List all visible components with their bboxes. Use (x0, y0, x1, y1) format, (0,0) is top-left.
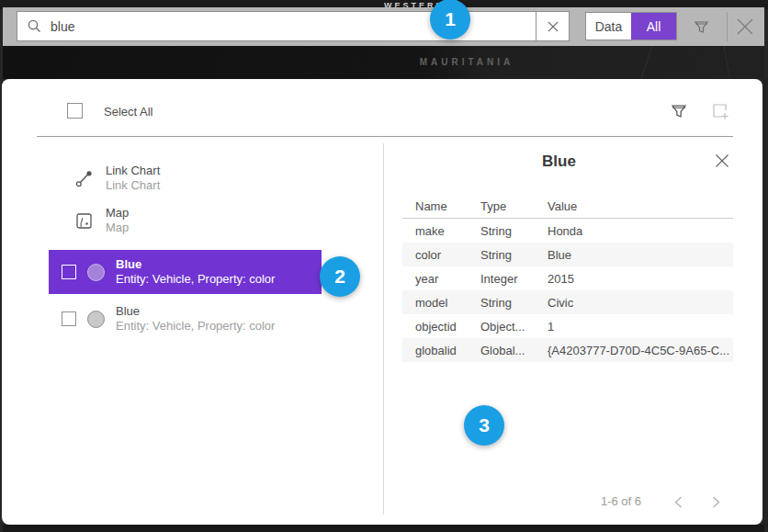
list-item-blue-selected[interactable]: Blue Entity: Vehicle, Property: color (49, 250, 322, 294)
column-header-type: Type (468, 199, 535, 213)
cell-type: Integer (468, 272, 535, 286)
detail-close-icon[interactable] (713, 152, 731, 170)
cell-value: Blue (535, 248, 733, 262)
panel-divider-horizontal (37, 136, 733, 137)
cell-name: color (402, 248, 468, 262)
link-chart-icon (75, 170, 93, 187)
list-item-title: Blue (116, 304, 275, 319)
cell-type: Object... (468, 320, 535, 334)
row-checkbox[interactable] (62, 265, 76, 279)
search-toolbar: blue Data All (3, 7, 764, 46)
list-item-link-chart[interactable]: Link Chart Link Chart (75, 164, 160, 193)
search-results-panel: Select All Link Chart Link Chart Map Map… (2, 79, 762, 525)
cell-name: globalid (402, 344, 468, 357)
properties-table: Name Type Value make String Honda color … (402, 195, 733, 362)
list-item-title: Map (106, 206, 129, 221)
cell-name: make (402, 224, 468, 238)
add-to-selection-icon[interactable] (710, 101, 730, 121)
cell-type: String (468, 224, 535, 238)
detail-title: Blue (383, 153, 735, 171)
callout-badge-3: 3 (464, 405, 504, 446)
toolbar-divider (727, 12, 728, 41)
map-label-mauritania: MAURITANIA (407, 57, 526, 67)
entity-circle-icon (87, 311, 105, 328)
list-item-map[interactable]: Map Map (75, 206, 129, 235)
list-item-subtitle: Entity: Vehicle, Property: color (116, 319, 275, 334)
chevron-right-icon[interactable] (708, 494, 723, 509)
table-row: color String Blue (402, 243, 733, 266)
list-item-subtitle: Link Chart (106, 178, 160, 193)
cell-name: model (402, 296, 468, 310)
table-row: year Integer 2015 (402, 266, 733, 290)
results-filter-icon[interactable] (669, 101, 689, 121)
list-item-title: Blue (116, 257, 275, 272)
cell-name: objectid (402, 320, 468, 334)
chevron-left-icon[interactable] (671, 494, 685, 509)
list-item-subtitle: Entity: Vehicle, Property: color (116, 272, 275, 287)
select-all-checkbox[interactable] (67, 103, 83, 119)
search-input[interactable]: blue (17, 11, 570, 41)
map-boundary-line (723, 46, 731, 79)
panel-divider-vertical (383, 143, 384, 515)
table-header-row: Name Type Value (402, 195, 733, 219)
table-row: model String Civic (402, 290, 733, 314)
callout-badge-1: 1 (430, 0, 470, 40)
map-icon (75, 212, 93, 230)
map-background-strip: MAURITANIA (3, 46, 764, 79)
select-all-label: Select All (104, 105, 152, 119)
close-search-icon[interactable] (733, 15, 757, 39)
callout-badge-2: 2 (320, 256, 360, 297)
map-boundary-line (639, 46, 653, 79)
scope-toggle-data[interactable]: Data (586, 13, 631, 40)
list-item-blue[interactable]: Blue Entity: Vehicle, Property: color (49, 300, 322, 338)
search-icon (17, 12, 51, 40)
cell-type: String (468, 296, 535, 310)
list-item-subtitle: Map (106, 221, 129, 235)
filter-icon[interactable] (690, 16, 712, 38)
row-checkbox[interactable] (62, 311, 76, 326)
scope-toggle: Data All (585, 12, 677, 40)
table-row: globalid Global... {A4203777-D70D-4C5C-9… (402, 338, 733, 362)
cell-name: year (402, 272, 468, 286)
table-row: make String Honda (402, 219, 733, 243)
cell-value: 2015 (535, 272, 733, 286)
table-row: objectid Object... 1 (402, 314, 733, 338)
cell-value: {A4203777-D70D-4C5C-9A65-C... (535, 344, 733, 357)
cell-type: Global... (468, 344, 535, 357)
column-header-name: Name (402, 199, 468, 213)
cell-type: String (468, 248, 535, 262)
cell-value: 1 (535, 320, 733, 334)
scope-toggle-all[interactable]: All (631, 13, 676, 40)
entity-circle-icon (87, 264, 105, 281)
map-background-bottom (3, 525, 764, 532)
search-clear-button[interactable] (536, 12, 569, 40)
cell-value: Honda (535, 224, 733, 238)
map-background-edge (762, 79, 768, 528)
list-item-title: Link Chart (106, 164, 160, 178)
column-header-value: Value (535, 199, 733, 213)
pagination-range-label: 1-6 of 6 (566, 494, 676, 508)
cell-value: Civic (535, 296, 733, 310)
